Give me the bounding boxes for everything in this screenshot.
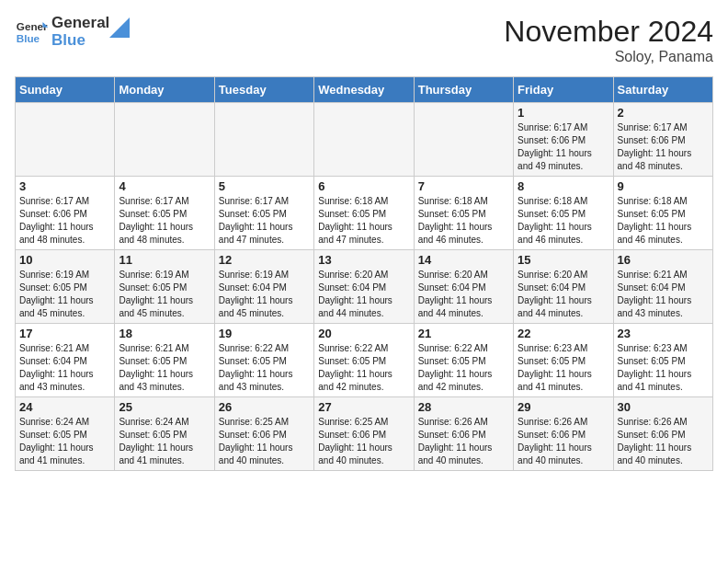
day-number: 3 — [19, 179, 110, 193]
calendar-cell: 1Sunrise: 6:17 AM Sunset: 6:06 PM Daylig… — [514, 103, 613, 177]
calendar-cell — [314, 103, 414, 177]
calendar-cell: 9Sunrise: 6:18 AM Sunset: 6:05 PM Daylig… — [613, 177, 712, 250]
calendar-cell: 10Sunrise: 6:19 AM Sunset: 6:05 PM Dayli… — [16, 250, 115, 324]
calendar-cell — [214, 103, 313, 177]
calendar-cell: 30Sunrise: 6:26 AM Sunset: 6:06 PM Dayli… — [613, 397, 712, 471]
logo-line1: General — [51, 15, 109, 32]
day-info: Sunrise: 6:19 AM Sunset: 6:05 PM Dayligh… — [119, 269, 210, 320]
header-friday: Friday — [514, 77, 613, 103]
page-header: General Blue General Blue November 2024 … — [15, 15, 713, 65]
day-number: 25 — [119, 400, 210, 414]
header-wednesday: Wednesday — [314, 77, 414, 103]
day-info: Sunrise: 6:17 AM Sunset: 6:05 PM Dayligh… — [119, 195, 210, 247]
calendar-cell: 21Sunrise: 6:22 AM Sunset: 6:05 PM Dayli… — [414, 324, 513, 397]
day-info: Sunrise: 6:25 AM Sunset: 6:06 PM Dayligh… — [318, 416, 409, 467]
day-info: Sunrise: 6:17 AM Sunset: 6:06 PM Dayligh… — [19, 195, 110, 247]
day-info: Sunrise: 6:20 AM Sunset: 6:04 PM Dayligh… — [418, 269, 509, 320]
calendar-cell: 25Sunrise: 6:24 AM Sunset: 6:05 PM Dayli… — [115, 397, 214, 471]
day-info: Sunrise: 6:21 AM Sunset: 6:04 PM Dayligh… — [618, 269, 709, 320]
week-row-2: 3Sunrise: 6:17 AM Sunset: 6:06 PM Daylig… — [16, 177, 713, 250]
calendar-cell: 27Sunrise: 6:25 AM Sunset: 6:06 PM Dayli… — [314, 397, 414, 471]
week-row-1: 1Sunrise: 6:17 AM Sunset: 6:06 PM Daylig… — [16, 103, 713, 177]
calendar-cell: 12Sunrise: 6:19 AM Sunset: 6:04 PM Dayli… — [214, 250, 313, 324]
calendar-cell: 14Sunrise: 6:20 AM Sunset: 6:04 PM Dayli… — [414, 250, 513, 324]
week-row-4: 17Sunrise: 6:21 AM Sunset: 6:04 PM Dayli… — [16, 324, 713, 397]
calendar-body: 1Sunrise: 6:17 AM Sunset: 6:06 PM Daylig… — [16, 103, 713, 471]
day-number: 21 — [418, 327, 509, 340]
calendar-header: SundayMondayTuesdayWednesdayThursdayFrid… — [16, 77, 713, 103]
day-number: 16 — [618, 253, 709, 267]
day-number: 2 — [618, 106, 709, 120]
day-info: Sunrise: 6:19 AM Sunset: 6:04 PM Dayligh… — [219, 269, 310, 320]
calendar-cell: 19Sunrise: 6:22 AM Sunset: 6:05 PM Dayli… — [214, 324, 313, 397]
calendar-cell: 18Sunrise: 6:21 AM Sunset: 6:05 PM Dayli… — [115, 324, 214, 397]
header-sunday: Sunday — [16, 77, 115, 103]
day-info: Sunrise: 6:22 AM Sunset: 6:05 PM Dayligh… — [418, 342, 509, 394]
day-number: 4 — [119, 179, 210, 193]
day-info: Sunrise: 6:20 AM Sunset: 6:04 PM Dayligh… — [518, 269, 609, 320]
calendar-cell: 6Sunrise: 6:18 AM Sunset: 6:05 PM Daylig… — [314, 177, 414, 250]
day-number: 6 — [318, 179, 409, 193]
header-thursday: Thursday — [414, 77, 513, 103]
header-tuesday: Tuesday — [214, 77, 313, 103]
day-number: 29 — [518, 400, 609, 414]
calendar-cell: 13Sunrise: 6:20 AM Sunset: 6:04 PM Dayli… — [314, 250, 414, 324]
calendar-cell — [414, 103, 513, 177]
day-number: 10 — [19, 253, 110, 267]
day-info: Sunrise: 6:18 AM Sunset: 6:05 PM Dayligh… — [318, 195, 409, 247]
logo-icon: General Blue — [15, 16, 48, 49]
calendar-cell: 16Sunrise: 6:21 AM Sunset: 6:04 PM Dayli… — [613, 250, 712, 324]
day-number: 26 — [219, 400, 310, 414]
calendar-cell: 29Sunrise: 6:26 AM Sunset: 6:06 PM Dayli… — [514, 397, 613, 471]
day-info: Sunrise: 6:26 AM Sunset: 6:06 PM Dayligh… — [418, 416, 509, 467]
calendar-cell: 17Sunrise: 6:21 AM Sunset: 6:04 PM Dayli… — [16, 324, 115, 397]
day-info: Sunrise: 6:18 AM Sunset: 6:05 PM Dayligh… — [518, 195, 609, 247]
calendar-cell: 4Sunrise: 6:17 AM Sunset: 6:05 PM Daylig… — [115, 177, 214, 250]
svg-marker-4 — [109, 17, 130, 38]
day-info: Sunrise: 6:17 AM Sunset: 6:05 PM Dayligh… — [219, 195, 310, 247]
day-info: Sunrise: 6:19 AM Sunset: 6:05 PM Dayligh… — [19, 269, 110, 320]
day-number: 23 — [618, 327, 709, 340]
day-number: 15 — [518, 253, 609, 267]
day-info: Sunrise: 6:22 AM Sunset: 6:05 PM Dayligh… — [219, 342, 310, 394]
day-info: Sunrise: 6:26 AM Sunset: 6:06 PM Dayligh… — [518, 416, 609, 467]
day-info: Sunrise: 6:22 AM Sunset: 6:05 PM Dayligh… — [318, 342, 409, 394]
week-row-5: 24Sunrise: 6:24 AM Sunset: 6:05 PM Dayli… — [16, 397, 713, 471]
calendar-cell: 7Sunrise: 6:18 AM Sunset: 6:05 PM Daylig… — [414, 177, 513, 250]
day-info: Sunrise: 6:18 AM Sunset: 6:05 PM Dayligh… — [618, 195, 709, 247]
day-number: 24 — [19, 400, 110, 414]
day-number: 7 — [418, 179, 509, 193]
calendar-cell: 3Sunrise: 6:17 AM Sunset: 6:06 PM Daylig… — [16, 177, 115, 250]
main-title: November 2024 — [504, 15, 713, 49]
day-info: Sunrise: 6:17 AM Sunset: 6:06 PM Dayligh… — [518, 121, 609, 173]
calendar-cell: 28Sunrise: 6:26 AM Sunset: 6:06 PM Dayli… — [414, 397, 513, 471]
day-number: 13 — [318, 253, 409, 267]
day-number: 11 — [119, 253, 210, 267]
title-block: November 2024 Soloy, Panama — [504, 15, 713, 65]
day-info: Sunrise: 6:23 AM Sunset: 6:05 PM Dayligh… — [618, 342, 709, 394]
day-number: 14 — [418, 253, 509, 267]
header-row: SundayMondayTuesdayWednesdayThursdayFrid… — [16, 77, 713, 103]
logo: General Blue General Blue — [15, 15, 130, 49]
day-number: 8 — [518, 179, 609, 193]
calendar-cell: 5Sunrise: 6:17 AM Sunset: 6:05 PM Daylig… — [214, 177, 313, 250]
day-info: Sunrise: 6:25 AM Sunset: 6:06 PM Dayligh… — [219, 416, 310, 467]
day-info: Sunrise: 6:26 AM Sunset: 6:06 PM Dayligh… — [618, 416, 709, 467]
calendar-cell: 2Sunrise: 6:17 AM Sunset: 6:06 PM Daylig… — [613, 103, 712, 177]
calendar-cell: 15Sunrise: 6:20 AM Sunset: 6:04 PM Dayli… — [514, 250, 613, 324]
day-info: Sunrise: 6:18 AM Sunset: 6:05 PM Dayligh… — [418, 195, 509, 247]
svg-text:Blue: Blue — [17, 31, 40, 43]
calendar-cell: 8Sunrise: 6:18 AM Sunset: 6:05 PM Daylig… — [514, 177, 613, 250]
day-number: 12 — [219, 253, 310, 267]
day-number: 22 — [518, 327, 609, 340]
week-row-3: 10Sunrise: 6:19 AM Sunset: 6:05 PM Dayli… — [16, 250, 713, 324]
day-info: Sunrise: 6:20 AM Sunset: 6:04 PM Dayligh… — [318, 269, 409, 320]
header-monday: Monday — [115, 77, 214, 103]
day-number: 18 — [119, 327, 210, 340]
day-number: 9 — [618, 179, 709, 193]
subtitle: Soloy, Panama — [504, 49, 713, 65]
day-number: 1 — [518, 106, 609, 120]
calendar-cell — [16, 103, 115, 177]
day-info: Sunrise: 6:24 AM Sunset: 6:05 PM Dayligh… — [19, 416, 110, 467]
day-number: 27 — [318, 400, 409, 414]
